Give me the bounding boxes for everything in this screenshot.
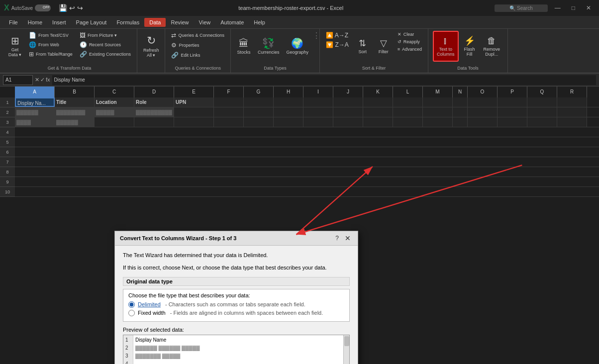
sort-button[interactable]: ⇅ Sort bbox=[353, 31, 373, 62]
cell-r1[interactable] bbox=[557, 97, 587, 107]
cell-e3[interactable] bbox=[174, 117, 214, 127]
close-icon[interactable]: ✕ bbox=[582, 4, 595, 11]
maximize-icon[interactable]: □ bbox=[568, 4, 579, 11]
row-num-4[interactable]: 4 bbox=[0, 127, 15, 137]
dialog-help-icon[interactable]: ? bbox=[335, 235, 339, 242]
menu-review[interactable]: Review bbox=[166, 18, 194, 27]
row-num-3[interactable]: 3 bbox=[0, 117, 15, 127]
col-header-n[interactable]: N bbox=[453, 87, 468, 97]
cell-h1[interactable] bbox=[274, 97, 303, 107]
cell-b1[interactable]: Title bbox=[55, 97, 95, 107]
col-header-h[interactable]: H bbox=[274, 87, 303, 97]
cell-a2[interactable]: ▓▓▓▓▓▓ bbox=[15, 107, 55, 117]
cell-b3[interactable]: ▓▓▓▓▓▓ bbox=[55, 117, 95, 127]
from-picture-button[interactable]: 🖼 From Picture ▾ bbox=[77, 31, 134, 40]
dialog-close-button[interactable]: ✕ bbox=[343, 234, 353, 242]
sort-az-button[interactable]: 🔼 A→Z bbox=[323, 31, 352, 40]
cell-e1[interactable]: UPN bbox=[174, 97, 214, 107]
row-num-2[interactable]: 2 bbox=[0, 107, 15, 117]
col-header-a[interactable]: A bbox=[15, 87, 55, 97]
cell-n1[interactable] bbox=[453, 97, 468, 107]
from-table-button[interactable]: ⊞ From Table/Range bbox=[26, 50, 76, 59]
remove-duplicates-button[interactable]: 🗑 RemoveDupl... bbox=[481, 31, 503, 62]
cell-o3[interactable] bbox=[468, 117, 498, 127]
menu-file[interactable]: File bbox=[4, 18, 23, 27]
cell-k2[interactable] bbox=[363, 107, 393, 117]
insert-function-icon[interactable]: fx bbox=[46, 77, 50, 83]
advanced-button[interactable]: ≡ Advanced bbox=[395, 46, 425, 53]
menu-formulas[interactable]: Formulas bbox=[111, 18, 144, 27]
cell-e2[interactable] bbox=[174, 107, 214, 117]
col-header-m[interactable]: M bbox=[423, 87, 453, 97]
row-num-6[interactable]: 6 bbox=[0, 147, 15, 157]
cell-p2[interactable] bbox=[498, 107, 527, 117]
cell-c3[interactable] bbox=[95, 117, 134, 127]
cell-j1[interactable] bbox=[333, 97, 363, 107]
cell-c2[interactable]: ▓▓▓▓▓ bbox=[95, 107, 134, 117]
cell-p1[interactable] bbox=[498, 97, 527, 107]
delimited-radio[interactable] bbox=[128, 301, 135, 308]
stocks-button[interactable]: 🏛 Stocks bbox=[234, 31, 254, 62]
cell-i1[interactable] bbox=[303, 97, 333, 107]
preview-scrollbar-vertical[interactable] bbox=[343, 335, 349, 364]
col-header-c[interactable]: C bbox=[95, 87, 134, 97]
cell-d1[interactable]: Role bbox=[134, 97, 174, 107]
col-header-k[interactable]: K bbox=[363, 87, 393, 97]
col-header-d[interactable]: D bbox=[134, 87, 174, 97]
cell-g1[interactable] bbox=[244, 97, 274, 107]
cell-l2[interactable] bbox=[393, 107, 423, 117]
cell-n3[interactable] bbox=[453, 117, 468, 127]
dialog-title-bar[interactable]: Convert Text to Columns Wizard - Step 1 … bbox=[115, 231, 358, 246]
row-num-10[interactable]: 10 bbox=[0, 187, 15, 197]
cell-f3[interactable] bbox=[214, 117, 244, 127]
row-num-1[interactable]: 1 bbox=[0, 97, 15, 107]
col-header-r[interactable]: R bbox=[557, 87, 587, 97]
cell-m2[interactable] bbox=[423, 107, 453, 117]
col-header-p[interactable]: P bbox=[498, 87, 527, 97]
from-web-button[interactable]: 🌐 From Web bbox=[26, 40, 76, 49]
currencies-button[interactable]: 💱 Currencies bbox=[255, 31, 283, 62]
reapply-button[interactable]: ↺ Reapply bbox=[395, 38, 425, 45]
cell-k3[interactable] bbox=[363, 117, 393, 127]
menu-data[interactable]: Data bbox=[144, 18, 166, 27]
cell-d3[interactable] bbox=[134, 117, 174, 127]
cell-m1[interactable] bbox=[423, 97, 453, 107]
cell-h3[interactable] bbox=[274, 117, 303, 127]
row-num-7[interactable]: 7 bbox=[0, 157, 15, 167]
row-num-9[interactable]: 9 bbox=[0, 177, 15, 187]
formula-input[interactable] bbox=[52, 75, 596, 85]
cell-i3[interactable] bbox=[303, 117, 333, 127]
col-header-q[interactable]: Q bbox=[527, 87, 557, 97]
cell-c1[interactable]: Location bbox=[95, 97, 134, 107]
cell-h2[interactable] bbox=[274, 107, 303, 117]
cell-a1[interactable]: Display Na... bbox=[15, 97, 55, 107]
cell-l3[interactable] bbox=[393, 117, 423, 127]
properties-button[interactable]: ⚙ Properties bbox=[168, 41, 202, 50]
delimited-option[interactable]: Delimited - Characters such as commas or… bbox=[128, 301, 344, 308]
cell-r3[interactable] bbox=[557, 117, 587, 127]
cell-o1[interactable] bbox=[468, 97, 498, 107]
edit-links-button[interactable]: 🔗 Edit Links bbox=[168, 51, 203, 60]
queries-connections-button[interactable]: ⇄ Queries & Connections bbox=[168, 31, 227, 40]
cancel-formula-icon[interactable]: ✕ bbox=[35, 77, 39, 83]
cell-i2[interactable] bbox=[303, 107, 333, 117]
redo-icon[interactable]: ↪ bbox=[77, 4, 83, 12]
cell-d2[interactable]: ▓▓▓▓▓▓▓▓▓▓ bbox=[134, 107, 174, 117]
clear-button[interactable]: ✕ Clear bbox=[395, 31, 425, 38]
cell-k1[interactable] bbox=[363, 97, 393, 107]
row-num-5[interactable]: 5 bbox=[0, 137, 15, 147]
menu-help[interactable]: Help bbox=[249, 18, 270, 27]
menu-home[interactable]: Home bbox=[23, 18, 47, 27]
cell-l1[interactable] bbox=[393, 97, 423, 107]
cell-q3[interactable] bbox=[527, 117, 557, 127]
cell-q1[interactable] bbox=[527, 97, 557, 107]
cell-m3[interactable] bbox=[423, 117, 453, 127]
cell-p3[interactable] bbox=[498, 117, 527, 127]
filter-button[interactable]: ▽ Filter bbox=[374, 31, 394, 62]
cell-a3[interactable]: ▓▓▓▓ bbox=[15, 117, 55, 127]
existing-connections-button[interactable]: 🔗 Existing Connections bbox=[77, 50, 134, 59]
menu-page-layout[interactable]: Page Layout bbox=[71, 18, 112, 27]
minimize-icon[interactable]: — bbox=[551, 4, 565, 11]
col-header-o[interactable]: O bbox=[468, 87, 498, 97]
menu-automate[interactable]: Automate bbox=[215, 18, 249, 27]
